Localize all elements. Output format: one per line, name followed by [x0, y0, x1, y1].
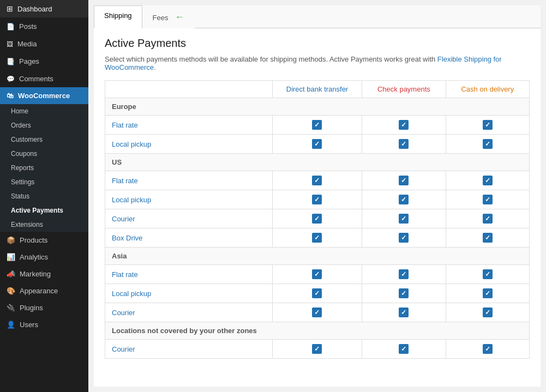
cell-cash[interactable] — [446, 171, 529, 190]
cell-direct-bank[interactable] — [272, 228, 362, 248]
woocommerce-label: WooCommerce — [18, 92, 70, 100]
checkbox-check[interactable] — [399, 139, 409, 149]
checkbox-direct-bank[interactable] — [312, 139, 322, 149]
cell-check[interactable] — [362, 228, 446, 248]
tab-shipping[interactable]: Shipping — [94, 5, 142, 28]
checkbox-check[interactable] — [399, 344, 409, 354]
sidebar-appearance-label: Appearance — [20, 287, 58, 295]
group-name: US — [105, 154, 530, 171]
checkbox-direct-bank[interactable] — [312, 214, 322, 224]
sidebar-item-users[interactable]: 👤 Users — [0, 316, 88, 333]
table-row: Flat rate — [105, 171, 530, 190]
cell-check[interactable] — [362, 135, 446, 154]
cell-cash[interactable] — [446, 340, 529, 359]
table-group-header: US — [105, 154, 530, 171]
sidebar-item-home[interactable]: Home — [0, 104, 88, 118]
checkbox-cash[interactable] — [483, 176, 493, 185]
cell-cash[interactable] — [446, 116, 529, 135]
cell-cash[interactable] — [446, 209, 529, 228]
sidebar: Dashboard Posts Media Pages Comments 🛍 W… — [0, 0, 88, 392]
cell-direct-bank[interactable] — [272, 340, 362, 359]
cell-cash[interactable] — [446, 228, 529, 248]
checkbox-check[interactable] — [399, 120, 409, 130]
cell-check[interactable] — [362, 116, 446, 135]
sidebar-item-products[interactable]: 📦 Products — [0, 232, 88, 249]
sidebar-item-customers[interactable]: Customers — [0, 132, 88, 147]
checkbox-check[interactable] — [399, 195, 409, 204]
checkbox-check[interactable] — [399, 288, 409, 298]
row-label: Flat rate — [105, 116, 273, 135]
checkbox-cash[interactable] — [483, 307, 493, 317]
cell-direct-bank[interactable] — [272, 209, 362, 228]
row-label: Courier — [105, 340, 273, 359]
cell-check[interactable] — [362, 171, 446, 190]
cell-check[interactable] — [362, 303, 446, 322]
checkbox-direct-bank[interactable] — [312, 233, 322, 243]
sidebar-item-media[interactable]: Media — [0, 35, 88, 52]
cell-direct-bank[interactable] — [272, 171, 362, 190]
table-row: Box Drive — [105, 228, 530, 248]
checkbox-check[interactable] — [399, 269, 409, 279]
cell-check[interactable] — [362, 209, 446, 228]
cell-check[interactable] — [362, 340, 446, 359]
checkbox-direct-bank[interactable] — [312, 269, 322, 279]
cell-direct-bank[interactable] — [272, 190, 362, 209]
main-inner: Shipping Fees ← Active Payments Select w… — [94, 5, 541, 387]
row-label: Flat rate — [105, 265, 273, 284]
cell-direct-bank[interactable] — [272, 265, 362, 284]
cell-check[interactable] — [362, 190, 446, 209]
cell-direct-bank[interactable] — [272, 116, 362, 135]
cell-direct-bank[interactable] — [272, 284, 362, 303]
sidebar-item-orders[interactable]: Orders — [0, 118, 88, 132]
tabs-bar: Shipping Fees ← — [94, 5, 541, 28]
sidebar-item-appearance[interactable]: 🎨 Appearance — [0, 282, 88, 299]
cell-direct-bank[interactable] — [272, 303, 362, 322]
col-method-header — [105, 81, 273, 98]
sidebar-item-comments[interactable]: Comments — [0, 70, 88, 87]
tab-fees[interactable]: Fees ← — [142, 5, 195, 28]
cell-cash[interactable] — [446, 190, 529, 209]
table-row: Flat rate — [105, 116, 530, 135]
checkbox-cash[interactable] — [483, 233, 493, 243]
checkbox-cash[interactable] — [483, 269, 493, 279]
sidebar-item-posts-label: Posts — [19, 22, 37, 31]
checkbox-cash[interactable] — [483, 195, 493, 204]
checkbox-cash[interactable] — [483, 344, 493, 354]
checkbox-check[interactable] — [399, 214, 409, 224]
sidebar-item-active-payments[interactable]: Active Payments — [0, 203, 88, 218]
sidebar-item-posts[interactable]: Posts — [0, 17, 88, 35]
cell-cash[interactable] — [446, 284, 529, 303]
checkbox-cash[interactable] — [483, 120, 493, 130]
checkbox-cash[interactable] — [483, 139, 493, 149]
checkbox-check[interactable] — [399, 233, 409, 243]
cell-check[interactable] — [362, 265, 446, 284]
checkbox-direct-bank[interactable] — [312, 344, 322, 354]
cell-cash[interactable] — [446, 303, 529, 322]
cell-direct-bank[interactable] — [272, 135, 362, 154]
checkbox-direct-bank[interactable] — [312, 307, 322, 317]
sidebar-item-extensions[interactable]: Extensions — [0, 218, 88, 232]
sidebar-item-coupons[interactable]: Coupons — [0, 147, 88, 161]
checkbox-cash[interactable] — [483, 214, 493, 224]
group-name: Asia — [105, 248, 530, 265]
sidebar-item-reports[interactable]: Reports — [0, 161, 88, 175]
sidebar-item-plugins[interactable]: 🔌 Plugins — [0, 299, 88, 316]
sidebar-item-settings[interactable]: Settings — [0, 175, 88, 189]
sidebar-item-analytics[interactable]: 📊 Analytics — [0, 249, 88, 266]
sidebar-item-pages[interactable]: Pages — [0, 52, 88, 70]
woocommerce-header[interactable]: 🛍 WooCommerce — [0, 87, 88, 104]
checkbox-direct-bank[interactable] — [312, 288, 322, 298]
sidebar-item-status[interactable]: Status — [0, 189, 88, 203]
checkbox-direct-bank[interactable] — [312, 176, 322, 185]
checkbox-direct-bank[interactable] — [312, 195, 322, 204]
checkbox-check[interactable] — [399, 307, 409, 317]
cell-cash[interactable] — [446, 265, 529, 284]
checkbox-cash[interactable] — [483, 288, 493, 298]
sidebar-item-marketing[interactable]: 📣 Marketing — [0, 266, 88, 282]
sidebar-analytics-label: Analytics — [20, 253, 48, 261]
checkbox-check[interactable] — [399, 176, 409, 185]
cell-check[interactable] — [362, 284, 446, 303]
sidebar-item-dashboard[interactable]: Dashboard — [0, 0, 88, 17]
cell-cash[interactable] — [446, 135, 529, 154]
checkbox-direct-bank[interactable] — [312, 120, 322, 130]
